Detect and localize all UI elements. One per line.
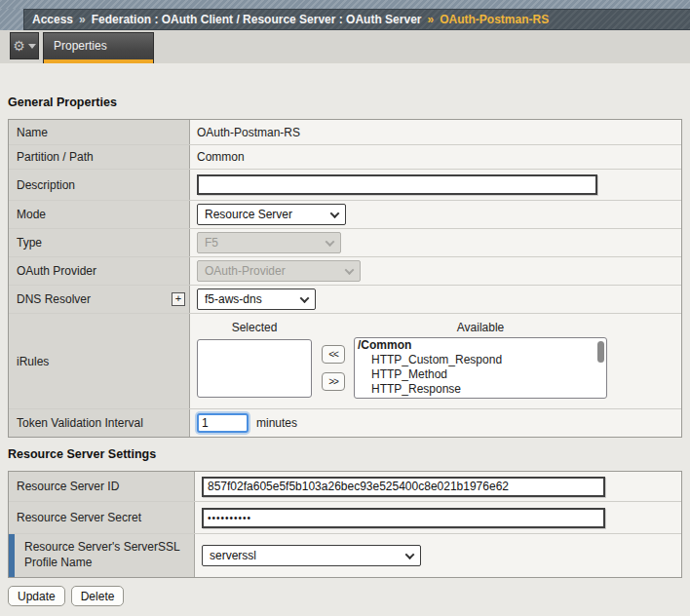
dns-resolver-expand-button[interactable]: + [172, 292, 185, 306]
type-select: F5 [197, 232, 341, 253]
table-row-serverssl-profile: Resource Server's ServerSSL Profile Name… [9, 533, 681, 577]
chevron-down-icon [28, 44, 36, 49]
table-row-dns-resolver: DNS Resolver + f5-aws-dns [9, 285, 681, 313]
irules-selected-listbox[interactable] [197, 339, 312, 398]
irules-move-right-button[interactable]: >> [322, 372, 345, 391]
header-stripe [0, 0, 690, 9]
partition-value: Common [190, 145, 681, 169]
chevron-down-icon [326, 237, 335, 247]
name-label: Name [9, 120, 190, 144]
menu-gear-button[interactable]: ⚙ [10, 32, 39, 59]
token-validation-input[interactable] [197, 413, 249, 433]
serverssl-profile-label: Resource Server's ServerSSL Profile Name [9, 534, 195, 577]
table-row-partition: Partition / Path Common [9, 144, 681, 169]
delete-button[interactable]: Delete [71, 586, 125, 606]
table-row-mode: Mode Resource Server [9, 200, 681, 228]
resource-id-input[interactable] [202, 477, 605, 497]
dns-resolver-label: DNS Resolver + [9, 286, 190, 313]
action-buttons: Update Delete [8, 586, 124, 606]
serverssl-profile-select[interactable]: serverssl [202, 545, 421, 566]
table-row-name: Name OAuth-Postman-RS [9, 120, 681, 144]
tab-properties-label: Properties [44, 33, 153, 53]
resource-id-label: Resource Server ID [9, 472, 195, 501]
table-row-resource-id: Resource Server ID [9, 472, 681, 501]
resource-secret-input[interactable] [202, 508, 605, 528]
tab-bar: ⚙ Properties [0, 30, 690, 63]
active-tab-indicator [44, 59, 153, 63]
table-row-oauth-provider: OAuth Provider OAuth-Provider [9, 256, 681, 285]
name-value: OAuth-Postman-RS [190, 120, 681, 144]
table-row-type: Type F5 [9, 228, 681, 256]
gear-icon: ⚙ [13, 39, 25, 53]
table-row-irules: iRules Selected Available << >> /Common … [9, 313, 681, 408]
irules-available-option[interactable]: HTTP_Custom_Respond [355, 353, 606, 367]
token-validation-label: Token Validation Interval [9, 409, 190, 437]
irules-move-left-button[interactable]: << [322, 345, 345, 364]
general-properties-table: Name OAuth-Postman-RS Partition / Path C… [8, 119, 682, 438]
table-row-resource-secret: Resource Server Secret [9, 501, 681, 533]
mode-select[interactable]: Resource Server [197, 204, 346, 225]
dns-resolver-select[interactable]: f5-aws-dns [197, 289, 316, 310]
irules-selected-header: Selected [197, 321, 312, 334]
irules-available-option[interactable]: HTTP_Response [355, 382, 606, 397]
description-input[interactable] [197, 174, 597, 195]
oauth-provider-select: OAuth-Provider [197, 260, 361, 282]
table-row-description: Description [9, 169, 681, 200]
partition-label: Partition / Path [9, 145, 190, 169]
chevron-down-icon [330, 209, 340, 218]
type-select-value: F5 [205, 236, 218, 250]
breadcrumb-current-item: OAuth-Postman-RS [440, 13, 549, 26]
token-validation-unit: minutes [256, 416, 297, 430]
update-button[interactable]: Update [8, 586, 65, 606]
breadcrumb-access-link[interactable]: Access [32, 13, 73, 26]
chevron-down-icon [405, 550, 415, 559]
general-properties-heading: General Properties [8, 96, 117, 109]
scrollbar-thumb[interactable] [597, 341, 604, 363]
f5-admin-screen: Access » Federation : OAuth Client / Res… [0, 0, 690, 616]
irules-available-listbox[interactable]: /Common HTTP_Custom_Respond HTTP_Method … [354, 337, 607, 399]
breadcrumb-separator: » [79, 13, 86, 26]
table-row-token-validation: Token Validation Interval minutes [9, 408, 681, 437]
irules-available-header: Available [354, 321, 607, 334]
changed-field-indicator [9, 534, 15, 577]
description-label: Description [9, 170, 190, 200]
resource-settings-heading: Resource Server Settings [8, 447, 156, 461]
dns-resolver-select-value: f5-aws-dns [205, 292, 262, 306]
chevron-down-icon [345, 265, 355, 275]
chevron-down-icon [300, 293, 310, 303]
serverssl-profile-select-value: serverssl [210, 549, 256, 562]
type-label: Type [9, 229, 190, 256]
mode-label: Mode [9, 201, 190, 228]
irules-available-option[interactable]: HTTP_Method [355, 367, 606, 382]
irules-available-option[interactable]: /Common [355, 338, 606, 353]
oauth-provider-label: OAuth Provider [9, 257, 190, 285]
breadcrumb-separator: » [427, 13, 434, 26]
resource-secret-label: Resource Server Secret [9, 502, 195, 533]
breadcrumb-path-link[interactable]: Federation : OAuth Client / Resource Ser… [92, 13, 422, 26]
resource-settings-table: Resource Server ID Resource Server Secre… [8, 471, 682, 578]
mode-select-value: Resource Server [205, 208, 292, 221]
irules-label: iRules [9, 314, 190, 408]
tab-properties[interactable]: Properties [43, 32, 154, 63]
oauth-provider-select-value: OAuth-Provider [205, 264, 286, 278]
breadcrumb: Access » Federation : OAuth Client / Res… [23, 9, 690, 30]
